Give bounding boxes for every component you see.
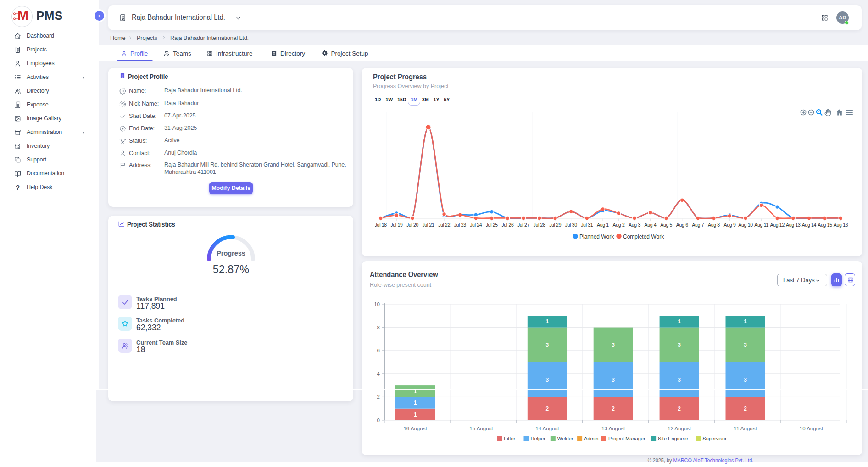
svg-text:Jul 23: Jul 23 — [454, 222, 467, 228]
svg-text:Jul 18: Jul 18 — [375, 222, 387, 228]
svg-text:3: 3 — [545, 377, 549, 383]
svg-text:Aug 2: Aug 2 — [613, 222, 625, 228]
svg-text:Aug 12: Aug 12 — [770, 222, 785, 228]
svg-text:Helper: Helper — [531, 436, 546, 441]
svg-text:Jul 21: Jul 21 — [422, 222, 434, 228]
svg-text:Jul 24: Jul 24 — [470, 222, 482, 228]
svg-text:Completed Work: Completed Work — [623, 234, 664, 240]
svg-text:Jul 31: Jul 31 — [581, 222, 593, 228]
svg-text:3: 3 — [545, 342, 549, 348]
svg-text:Supervisor: Supervisor — [702, 436, 727, 441]
svg-text:Welder: Welder — [557, 436, 573, 441]
svg-text:Jul 19: Jul 19 — [390, 222, 403, 228]
svg-text:Aug 3: Aug 3 — [629, 222, 640, 228]
svg-text:Aug 7: Aug 7 — [692, 222, 704, 228]
svg-text:Aug 13: Aug 13 — [786, 222, 801, 228]
svg-text:Fitter: Fitter — [504, 436, 515, 441]
svg-text:1: 1 — [678, 318, 681, 325]
svg-text:Aug 1: Aug 1 — [597, 222, 609, 228]
svg-text:Jul 28: Jul 28 — [533, 222, 545, 228]
svg-text:11 August: 11 August — [734, 426, 757, 431]
svg-text:2: 2 — [545, 406, 549, 412]
svg-text:Aug 15: Aug 15 — [818, 222, 832, 228]
svg-text:1: 1 — [744, 318, 747, 325]
svg-text:Jul 25: Jul 25 — [486, 222, 498, 228]
svg-text:2: 2 — [678, 406, 681, 412]
svg-text:2: 2 — [744, 406, 747, 412]
svg-text:1: 1 — [545, 318, 549, 325]
svg-text:10: 10 — [374, 301, 380, 307]
svg-text:Aug 14: Aug 14 — [802, 222, 817, 228]
svg-text:3: 3 — [678, 377, 681, 383]
svg-text:1: 1 — [414, 400, 417, 406]
svg-text:Aug 10: Aug 10 — [738, 222, 753, 228]
svg-text:6: 6 — [377, 348, 380, 353]
svg-text:Aug 4: Aug 4 — [645, 222, 657, 228]
svg-text:Jul 26: Jul 26 — [501, 222, 514, 228]
svg-text:Aug 9: Aug 9 — [724, 222, 736, 228]
svg-text:1: 1 — [414, 411, 417, 418]
svg-text:Aug 6: Aug 6 — [676, 222, 688, 228]
svg-text:15 August: 15 August — [469, 426, 493, 431]
svg-text:Jul 29: Jul 29 — [549, 222, 562, 228]
svg-text:Aug 8: Aug 8 — [708, 222, 720, 228]
svg-text:Aug 11: Aug 11 — [754, 222, 768, 228]
svg-text:10 August: 10 August — [800, 426, 823, 431]
svg-text:Site Engineer: Site Engineer — [658, 436, 688, 441]
svg-text:Aug 5: Aug 5 — [660, 222, 672, 228]
svg-text:13 August: 13 August — [601, 426, 625, 431]
svg-text:4: 4 — [377, 371, 380, 377]
svg-text:3: 3 — [744, 377, 747, 383]
svg-text:8: 8 — [377, 325, 380, 330]
svg-text:Planned Work: Planned Work — [579, 234, 614, 240]
svg-text:3: 3 — [612, 377, 615, 383]
svg-text:12 August: 12 August — [668, 426, 691, 431]
svg-text:3: 3 — [612, 342, 615, 348]
svg-text:Jul 30: Jul 30 — [565, 222, 578, 228]
svg-text:3: 3 — [744, 342, 747, 348]
svg-text:0: 0 — [377, 417, 380, 423]
svg-text:2: 2 — [377, 394, 380, 400]
svg-text:16 August: 16 August — [403, 426, 427, 431]
svg-text:Aug 16: Aug 16 — [834, 222, 848, 228]
svg-text:Jul 22: Jul 22 — [438, 222, 451, 228]
svg-text:Project Manager: Project Manager — [608, 436, 645, 441]
svg-text:Jul 20: Jul 20 — [406, 222, 419, 228]
svg-text:3: 3 — [678, 342, 681, 348]
svg-text:Admin: Admin — [584, 436, 598, 441]
svg-text:Jul 27: Jul 27 — [517, 222, 530, 228]
svg-text:14 August: 14 August — [535, 426, 559, 431]
svg-text:2: 2 — [612, 406, 615, 412]
